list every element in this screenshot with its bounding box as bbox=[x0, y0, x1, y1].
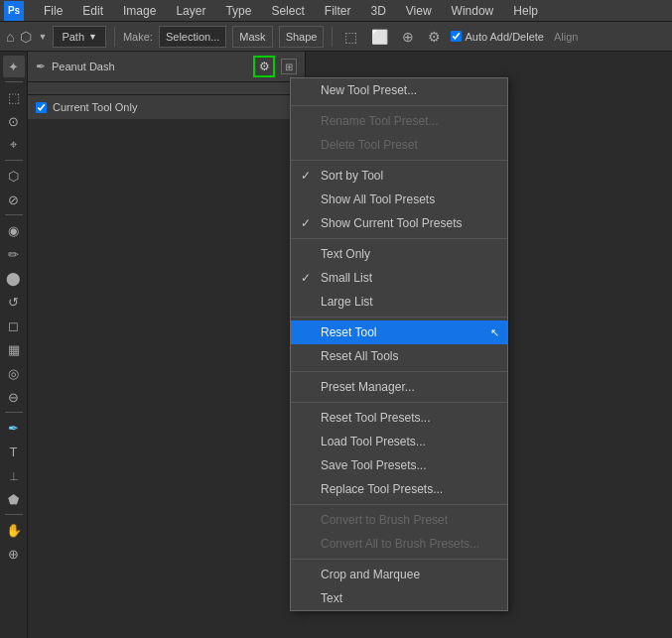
menu-separator bbox=[291, 504, 507, 505]
mask-button[interactable]: Mask bbox=[232, 26, 272, 48]
brush-tool[interactable]: ✏ bbox=[3, 243, 25, 265]
panel-header: ✒ Peanut Dash ⚙ ⊞ bbox=[28, 52, 305, 82]
menu-help[interactable]: Help bbox=[509, 2, 542, 20]
menu-item-convert-to-brush: Convert to Brush Preset bbox=[291, 508, 507, 532]
menu-separator bbox=[291, 317, 507, 318]
move-tool[interactable]: ✦ bbox=[3, 56, 25, 77]
shape-tool[interactable]: ⬟ bbox=[3, 488, 25, 510]
panel-footer: Current Tool Only bbox=[28, 94, 305, 119]
menu-item-large-list[interactable]: Large List bbox=[291, 290, 507, 314]
lasso-tool[interactable]: ⊙ bbox=[3, 110, 25, 132]
menu-type[interactable]: Type bbox=[221, 2, 255, 20]
checkmark-icon: ✓ bbox=[301, 216, 311, 230]
text-tool[interactable]: T bbox=[3, 441, 25, 462]
menu-item-text[interactable]: Text bbox=[291, 586, 507, 610]
menu-select[interactable]: Select bbox=[267, 2, 308, 20]
menu-filter[interactable]: Filter bbox=[321, 2, 355, 20]
auto-add-label: Auto Add/Delete bbox=[465, 31, 544, 43]
spot-heal-tool[interactable]: ◉ bbox=[3, 219, 25, 241]
gear-icon[interactable]: ⚙ bbox=[424, 27, 445, 47]
menu-item-label: Sort by Tool bbox=[321, 169, 383, 183]
menu-item-reset-tool-presets[interactable]: Reset Tool Presets... bbox=[291, 406, 507, 430]
left-toolbar: ✦ ⬚ ⊙ ⌖ ⬡ ⊘ ◉ ✏ ⬤ ↺ ◻ ▦ ◎ ⊖ ✒ T ⟂ ⬟ ✋ ⊕ bbox=[0, 52, 28, 638]
menu-item-label: Preset Manager... bbox=[321, 380, 415, 394]
menu-separator bbox=[291, 160, 507, 161]
menu-item-show-current-tool-presets[interactable]: ✓Show Current Tool Presets bbox=[291, 211, 507, 235]
menu-view[interactable]: View bbox=[402, 2, 436, 20]
pen-preset-icon: ✒ bbox=[36, 60, 46, 73]
zoom-tool[interactable]: ⊕ bbox=[3, 543, 25, 565]
tool-options-icon: ⬡ bbox=[20, 29, 32, 45]
auto-add-checkbox[interactable] bbox=[451, 31, 462, 42]
menu-3d[interactable]: 3D bbox=[366, 2, 389, 20]
menu-item-label: Replace Tool Presets... bbox=[321, 482, 443, 496]
menu-separator bbox=[291, 559, 507, 560]
menu-item-reset-all-tools[interactable]: Reset All Tools bbox=[291, 344, 507, 368]
tool-preset-dropdown[interactable]: Path ▼ bbox=[53, 26, 106, 48]
menu-item-label: New Tool Preset... bbox=[321, 83, 417, 97]
divider2 bbox=[332, 27, 333, 47]
checkmark-icon: ✓ bbox=[301, 271, 311, 285]
gradient-tool[interactable]: ▦ bbox=[3, 338, 25, 360]
menu-separator bbox=[291, 402, 507, 403]
panel-gear-button[interactable]: ⚙ bbox=[253, 56, 275, 77]
menu-item-delete-tool-preset: Delete Tool Preset bbox=[291, 133, 507, 157]
current-tool-label: Current Tool Only bbox=[53, 101, 137, 113]
current-tool-checkbox[interactable] bbox=[36, 102, 47, 113]
dodge-tool[interactable]: ⊖ bbox=[3, 386, 25, 408]
tool-preset-arrow: ▼ bbox=[88, 32, 97, 42]
shape-button[interactable]: Shape bbox=[279, 26, 325, 48]
menu-item-label: Text Only bbox=[321, 247, 370, 261]
selection-button[interactable]: Selection... bbox=[159, 26, 226, 48]
menu-item-label: Crop and Marquee bbox=[321, 568, 420, 581]
clone-stamp-tool[interactable]: ⬤ bbox=[3, 267, 25, 289]
menu-item-label: Reset Tool Presets... bbox=[321, 411, 431, 425]
panel-expand-button[interactable]: ⊞ bbox=[281, 59, 297, 74]
panel-content bbox=[28, 82, 305, 94]
menu-edit[interactable]: Edit bbox=[78, 2, 107, 20]
pen-tool[interactable]: ✒ bbox=[3, 417, 25, 439]
menu-item-label: Reset All Tools bbox=[321, 349, 399, 363]
menu-item-label: Reset Tool bbox=[321, 325, 376, 339]
menu-item-reset-tool[interactable]: Reset Tool↖ bbox=[291, 320, 507, 344]
menu-layer[interactable]: Layer bbox=[172, 2, 209, 20]
menu-item-text-only[interactable]: Text Only bbox=[291, 242, 507, 266]
canvas-area: ✒ Peanut Dash ⚙ ⊞ Current Tool Only New … bbox=[28, 52, 672, 638]
menu-item-label: Rename Tool Preset... bbox=[321, 114, 439, 128]
eraser-tool[interactable]: ◻ bbox=[3, 315, 25, 336]
menu-item-new-tool-preset[interactable]: New Tool Preset... bbox=[291, 78, 507, 102]
menu-file[interactable]: File bbox=[40, 2, 67, 20]
make-label: Make: bbox=[123, 31, 153, 43]
menu-separator bbox=[291, 238, 507, 239]
select-tool[interactable]: ⬚ bbox=[3, 86, 25, 108]
menu-item-preset-manager[interactable]: Preset Manager... bbox=[291, 375, 507, 399]
menu-item-replace-tool-presets[interactable]: Replace Tool Presets... bbox=[291, 477, 507, 501]
menu-separator bbox=[291, 105, 507, 106]
menu-item-show-all-tool-presets[interactable]: Show All Tool Presets bbox=[291, 188, 507, 211]
toolbar-separator5 bbox=[5, 514, 23, 515]
menu-item-rename-tool-preset: Rename Tool Preset... bbox=[291, 109, 507, 133]
eyedropper-tool[interactable]: ⊘ bbox=[3, 189, 25, 210]
menu-item-load-tool-presets[interactable]: Load Tool Presets... bbox=[291, 430, 507, 453]
menu-image[interactable]: Image bbox=[119, 2, 160, 20]
menu-item-small-list[interactable]: ✓Small List bbox=[291, 266, 507, 290]
menu-item-crop-and-marquee[interactable]: Crop and Marquee bbox=[291, 563, 507, 586]
auto-add-checkbox-label[interactable]: Auto Add/Delete bbox=[451, 31, 544, 43]
tool-preset-label: Path bbox=[62, 31, 84, 43]
crop-tool[interactable]: ⬡ bbox=[3, 165, 25, 187]
hand-tool[interactable]: ✋ bbox=[3, 519, 25, 541]
menu-item-sort-by-tool[interactable]: ✓Sort by Tool bbox=[291, 164, 507, 188]
history-brush-tool[interactable]: ↺ bbox=[3, 291, 25, 313]
tool-options-arrow: ▼ bbox=[38, 32, 47, 42]
home-icon[interactable]: ⌂ bbox=[6, 29, 14, 45]
path-icon1: ⬚ bbox=[340, 27, 361, 47]
path-select-tool[interactable]: ⟂ bbox=[3, 464, 25, 486]
align-label: Align bbox=[554, 31, 578, 43]
menu-item-save-tool-presets[interactable]: Save Tool Presets... bbox=[291, 453, 507, 477]
menu-item-label: Convert All to Brush Presets... bbox=[321, 537, 479, 551]
menu-item-label: Text bbox=[321, 591, 342, 605]
ps-logo: Ps bbox=[4, 1, 24, 21]
menu-window[interactable]: Window bbox=[448, 2, 498, 20]
magic-wand-tool[interactable]: ⌖ bbox=[3, 134, 25, 156]
blur-tool[interactable]: ◎ bbox=[3, 362, 25, 384]
